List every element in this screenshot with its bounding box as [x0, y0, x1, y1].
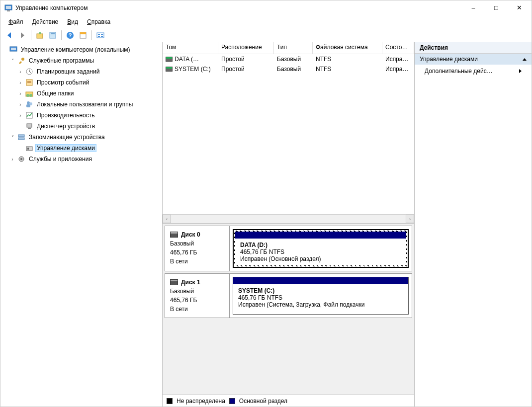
back-button[interactable] — [3, 30, 15, 41]
swatch-unallocated — [167, 398, 173, 404]
legend-primary: Основной раздел — [239, 398, 287, 405]
menu-file[interactable]: Файл — [4, 17, 27, 26]
svg-point-36 — [20, 158, 22, 160]
partition-info: 465,76 ГБ NTFS — [238, 294, 403, 301]
computer-icon — [9, 46, 17, 54]
svg-rect-31 — [18, 135, 24, 137]
volume-name: DATA (… — [175, 56, 199, 63]
tree-services[interactable]: › Службы и приложения — [1, 154, 161, 164]
disk-type: Базовый — [170, 239, 224, 248]
svg-rect-32 — [18, 138, 24, 140]
partition[interactable]: DATA (D:)465,76 ГБ NTFSИсправен (Основно… — [233, 229, 409, 268]
expander-icon[interactable]: ˅ — [9, 58, 15, 64]
svg-rect-5 — [51, 33, 55, 34]
partition-stripe — [233, 277, 408, 284]
col-volume[interactable]: Том — [163, 42, 218, 54]
expander-icon[interactable]: ˅ — [9, 135, 15, 140]
col-layout[interactable]: Расположение — [218, 42, 274, 54]
disk-icon — [170, 232, 178, 238]
close-button[interactable]: ✕ — [508, 0, 531, 15]
volume-row[interactable]: SYSTEM (C:)ПростойБазовыйNTFSИспра… — [163, 64, 414, 74]
svg-rect-14 — [101, 36, 103, 37]
tree-diskmgmt[interactable]: Управление дисками — [1, 143, 161, 154]
refresh-button[interactable] — [77, 30, 89, 41]
volume-type: Базовый — [274, 55, 313, 63]
storage-icon — [17, 133, 25, 141]
svg-rect-20 — [27, 81, 31, 81]
col-status[interactable]: Состо… — [382, 42, 414, 54]
expander-icon[interactable]: › — [17, 91, 23, 96]
center-panel: Том Расположение Тип Файловая система Со… — [163, 42, 415, 407]
legend: Не распределена Основной раздел — [163, 395, 414, 407]
content-area: Управление компьютером (локальным) ˅ Слу… — [0, 42, 532, 407]
services-icon — [17, 155, 25, 163]
expander-icon[interactable]: › — [17, 113, 23, 118]
disk-block[interactable]: Диск 0Базовый465,76 ГБВ сетиDATA (D:)465… — [165, 226, 412, 271]
disk-online: В сети — [170, 305, 224, 314]
expander-icon[interactable]: › — [17, 80, 23, 85]
tree-users[interactable]: › Локальные пользователи и группы — [1, 99, 161, 110]
svg-rect-11 — [98, 34, 100, 35]
menu-action[interactable]: Действие — [28, 17, 63, 26]
legend-unallocated: Не распределена — [177, 398, 225, 405]
svg-rect-27 — [26, 104, 30, 107]
properties-button[interactable] — [47, 30, 59, 41]
tree-scheduler[interactable]: › Планировщик заданий — [1, 66, 161, 77]
list-button[interactable] — [94, 30, 106, 41]
partition-status: Исправен (Система, Загрузка, Файл подкач… — [238, 301, 403, 308]
expander-icon[interactable]: › — [17, 102, 23, 107]
up-button[interactable] — [34, 30, 46, 41]
svg-rect-16 — [11, 48, 16, 50]
device-icon — [25, 122, 33, 130]
svg-rect-3 — [37, 34, 43, 38]
actions-more[interactable]: Дополнительные дейс… — [415, 65, 532, 78]
volume-layout: Простой — [218, 65, 274, 73]
scroll-right-icon[interactable]: › — [406, 215, 414, 223]
tree-panel[interactable]: Управление компьютером (локальным) ˅ Слу… — [0, 42, 163, 407]
svg-point-23 — [26, 94, 29, 97]
disk-info: Диск 1Базовый465,76 ГБВ сети — [165, 274, 230, 318]
svg-rect-4 — [50, 32, 56, 38]
tree-root[interactable]: Управление компьютером (локальным) — [1, 44, 161, 55]
volume-list-header: Том Расположение Тип Файловая система Со… — [163, 42, 414, 54]
expander-icon[interactable]: › — [9, 157, 15, 162]
volume-layout: Простой — [218, 55, 274, 63]
partition-status: Исправен (Основной раздел) — [240, 255, 401, 262]
disk-type: Базовый — [170, 287, 224, 296]
svg-rect-13 — [101, 34, 103, 35]
expander-icon[interactable]: › — [17, 69, 23, 75]
tree-utilities[interactable]: ˅ Служебные программы — [1, 55, 161, 66]
partition[interactable]: SYSTEM (C:)465,76 ГБ NTFSИсправен (Систе… — [233, 277, 409, 315]
tree-eventviewer[interactable]: › Просмотр событий — [1, 77, 161, 88]
tree-storage[interactable]: ˅ Запоминающие устройства — [1, 132, 161, 143]
volume-icon — [166, 57, 173, 62]
forward-button[interactable] — [16, 30, 28, 41]
svg-rect-9 — [80, 32, 86, 34]
tree-devicemgr[interactable]: Диспетчер устройств — [1, 121, 161, 132]
col-fs[interactable]: Файловая система — [313, 42, 382, 54]
minimize-button[interactable]: – — [462, 0, 485, 15]
svg-text:?: ? — [69, 32, 72, 38]
scroll-left-icon[interactable]: ‹ — [163, 215, 171, 223]
disk-online: В сети — [170, 257, 224, 266]
tree-sharedfolders[interactable]: › Общие папки — [1, 88, 161, 99]
svg-rect-30 — [28, 128, 31, 129]
disk-block[interactable]: Диск 1Базовый465,76 ГБВ сетиSYSTEM (C:)4… — [165, 273, 412, 318]
tools-icon — [17, 57, 25, 65]
titlebar: Управление компьютером – □ ✕ — [0, 0, 532, 15]
maximize-button[interactable]: □ — [485, 0, 508, 15]
partition-info: 465,76 ГБ NTFS — [240, 248, 401, 255]
volume-list[interactable]: Том Расположение Тип Файловая система Со… — [163, 42, 414, 224]
volume-row[interactable]: DATA (…ПростойБазовыйNTFSИспра… — [163, 54, 414, 64]
menu-view[interactable]: Вид — [63, 17, 82, 26]
menu-help[interactable]: Справка — [83, 17, 114, 26]
disk-map[interactable]: Диск 0Базовый465,76 ГБВ сетиDATA (D:)465… — [163, 224, 414, 395]
actions-diskmgmt[interactable]: Управление дисками — [415, 54, 532, 65]
horizontal-scrollbar[interactable]: ‹ › — [163, 214, 414, 223]
svg-rect-10 — [97, 33, 104, 38]
help-button[interactable]: ? — [64, 30, 76, 41]
event-icon — [25, 79, 33, 86]
tree-performance[interactable]: › Производительность — [1, 110, 161, 121]
clock-icon — [25, 68, 33, 76]
col-type[interactable]: Тип — [274, 42, 313, 54]
